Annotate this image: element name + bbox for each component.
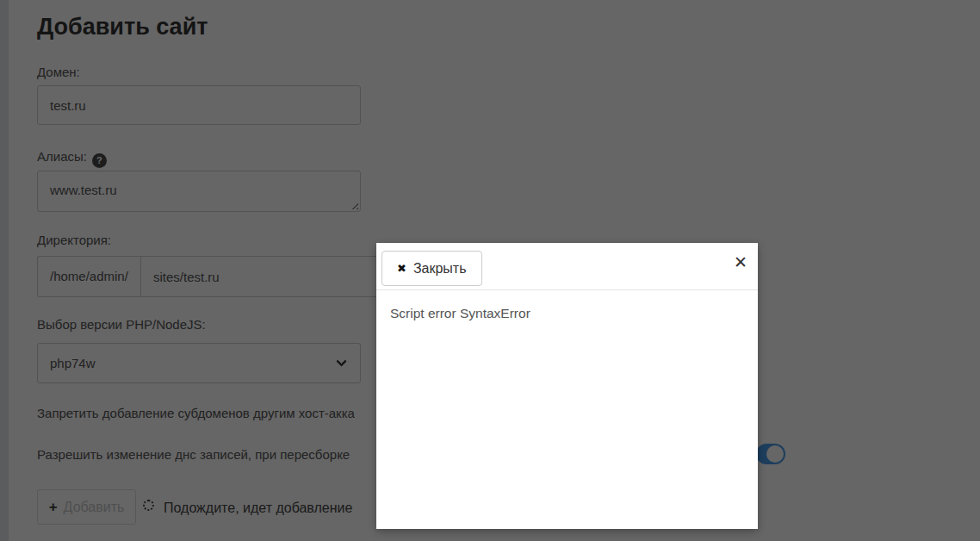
x-mark-icon: ✖ — [397, 262, 406, 275]
modal-close-button-label: Закрыть — [413, 261, 467, 277]
close-icon[interactable]: ✕ — [734, 254, 747, 270]
modal-header: ✖ Закрыть ✕ — [376, 243, 758, 290]
error-modal: ✖ Закрыть ✕ Script error SyntaxError — [376, 243, 758, 529]
modal-close-button[interactable]: ✖ Закрыть — [381, 251, 482, 286]
modal-error-text: Script error SyntaxError — [376, 290, 758, 337]
